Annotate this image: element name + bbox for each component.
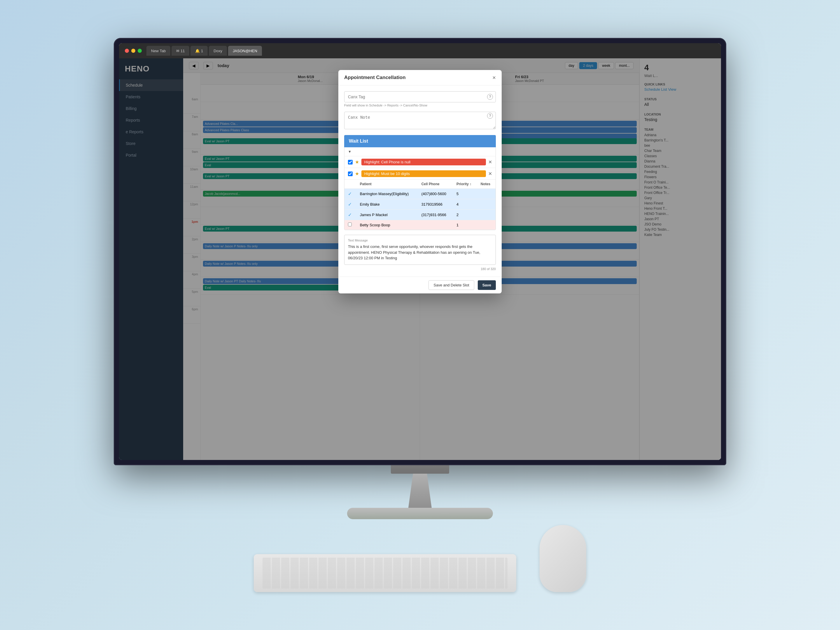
highlight-row-1: ★ Highlight: Cell Phone is null ✕ <box>344 156 496 168</box>
row1-check: ✓ <box>344 189 357 199</box>
highlight-2-star-icon: ★ <box>355 171 359 177</box>
row3-priority: 2 <box>453 210 477 220</box>
row3-checkmark: ✓ <box>348 212 352 217</box>
tab-jason[interactable]: JASON@HEN <box>228 46 262 56</box>
highlight-2-remove-button[interactable]: ✕ <box>488 171 492 177</box>
canx-note-help-icon[interactable]: ? <box>487 113 493 119</box>
highlight-2-checkbox[interactable] <box>348 172 353 176</box>
canx-note-input-wrap: ? <box>344 112 496 130</box>
monitor-stand-base <box>347 508 493 519</box>
screen-inner: New Tab ✉ 11 🔔 1 Doxy JASON@HEN HENO Sch… <box>119 43 721 460</box>
waitlist-table: Patient Cell Phone Priority ↕ Notes <box>344 180 496 230</box>
modal-body: ? Field will show in Schedule -> Reports… <box>338 85 502 276</box>
table-row-1: ✓ Barrington Massey(Eligibility) (407)80… <box>344 189 496 199</box>
canx-tag-group: ? Field will show in Schedule -> Reports… <box>344 91 496 107</box>
modal-header: Appointment Cancellation × <box>338 70 502 85</box>
mouse[interactable] <box>540 525 586 592</box>
tab-notif[interactable]: 🔔 1 <box>191 46 208 56</box>
highlight-dropdown-arrow[interactable]: ▼ <box>348 150 352 154</box>
row1-priority: 5 <box>453 189 477 199</box>
row1-phone: (407)800-5600 <box>418 189 453 199</box>
row2-notes[interactable] <box>477 199 496 210</box>
row2-check: ✓ <box>344 199 357 210</box>
row4-phone <box>418 220 453 230</box>
row3-notes[interactable] <box>477 210 496 220</box>
highlight-1-star-icon: ★ <box>355 159 359 165</box>
app-area: HENO Schedule Patients Billing Reports e… <box>119 58 721 460</box>
text-message-content[interactable]: This is a first come, first serve opport… <box>348 244 492 261</box>
modal-title: Appointment Cancellation <box>344 75 406 81</box>
text-message-box: Text Message This is a first come, first… <box>344 235 496 265</box>
row4-check <box>344 220 357 230</box>
highlight-1-checkbox[interactable] <box>348 160 353 164</box>
row3-phone: (317)931-9566 <box>418 210 453 220</box>
row1-checkmark: ✓ <box>348 191 352 196</box>
canx-tag-input-wrap: ? <box>344 91 496 103</box>
monitor-stand-neck <box>408 474 432 508</box>
canx-tag-input[interactable] <box>344 91 496 103</box>
canx-tag-help-icon[interactable]: ? <box>487 94 493 100</box>
modal-close-button[interactable]: × <box>492 75 496 81</box>
row4-patient[interactable]: Betty Scoop Boop <box>357 220 418 230</box>
tab-doxy[interactable]: Doxy <box>209 46 227 56</box>
waitlist-section: Wait List ▼ ★ Highlight: <box>344 135 496 230</box>
tab-new[interactable]: New Tab <box>147 46 171 56</box>
highlight-controls: ▼ <box>344 147 496 156</box>
peripherals <box>254 519 586 592</box>
col-priority[interactable]: Priority ↕ <box>453 180 477 189</box>
text-message-label: Text Message <box>348 238 492 242</box>
col-check <box>344 180 357 189</box>
modal-overlay: Appointment Cancellation × ? Field will … <box>119 58 721 460</box>
save-button[interactable]: Save <box>478 280 496 290</box>
table-row-3: ✓ James P Mackel (317)931-9566 2 <box>344 210 496 220</box>
row1-patient[interactable]: Barrington Massey(Eligibility) <box>357 189 418 199</box>
row2-priority: 4 <box>453 199 477 210</box>
highlight-1-tag: Highlight: Cell Phone is null <box>362 159 486 165</box>
tab-mail[interactable]: ✉ 11 <box>172 46 189 56</box>
save-delete-slot-button[interactable]: Save and Delete Slot <box>428 280 474 290</box>
row2-patient[interactable]: Emily Blake <box>357 199 418 210</box>
browser-tabs: New Tab ✉ 11 🔔 1 Doxy JASON@HEN <box>147 46 715 56</box>
row1-notes[interactable] <box>477 189 496 199</box>
col-patient: Patient <box>357 180 418 189</box>
keyboard[interactable] <box>254 554 516 592</box>
highlight-2-tag: Highlight: Must be 10 digits <box>362 171 486 177</box>
row4-priority: 1 <box>453 220 477 230</box>
modal-footer: Save and Delete Slot Save <box>338 276 502 294</box>
minimize-dot[interactable] <box>131 49 135 53</box>
col-phone: Cell Phone <box>418 180 453 189</box>
waitlist-body: ▼ ★ Highlight: Cell Phone is null ✕ <box>344 147 496 230</box>
table-row-4: Betty Scoop Boop 1 <box>344 220 496 230</box>
col-notes: Notes <box>477 180 496 189</box>
canx-note-input[interactable] <box>344 112 496 129</box>
browser-dots <box>125 49 142 53</box>
canx-note-group: ? <box>344 112 496 130</box>
maximize-dot[interactable] <box>138 49 142 53</box>
row3-patient[interactable]: James P Mackel <box>357 210 418 220</box>
monitor-screen: New Tab ✉ 11 🔔 1 Doxy JASON@HEN HENO Sch… <box>114 38 726 465</box>
appointment-cancellation-modal: Appointment Cancellation × ? Field will … <box>338 70 502 294</box>
table-row-2: ✓ Emily Blake 3179319566 4 <box>344 199 496 210</box>
row4-notes[interactable] <box>477 220 496 230</box>
close-dot[interactable] <box>125 49 129 53</box>
monitor-stand-top <box>391 465 449 474</box>
browser-bar: New Tab ✉ 11 🔔 1 Doxy JASON@HEN <box>119 43 721 58</box>
row3-check: ✓ <box>344 210 357 220</box>
waitlist-title: Wait List <box>344 135 496 147</box>
row2-checkmark: ✓ <box>348 202 352 207</box>
row2-phone: 3179319566 <box>418 199 453 210</box>
row4-checkbox[interactable] <box>348 223 352 226</box>
monitor-wrap: New Tab ✉ 11 🔔 1 Doxy JASON@HEN HENO Sch… <box>70 38 770 592</box>
canx-tag-hint: Field will show in Schedule -> Reports -… <box>344 104 496 107</box>
highlight-row-2: ★ Highlight: Must be 10 digits ✕ <box>344 168 496 180</box>
highlight-1-remove-button[interactable]: ✕ <box>488 159 492 165</box>
char-count: 180 of 320 <box>344 267 496 271</box>
